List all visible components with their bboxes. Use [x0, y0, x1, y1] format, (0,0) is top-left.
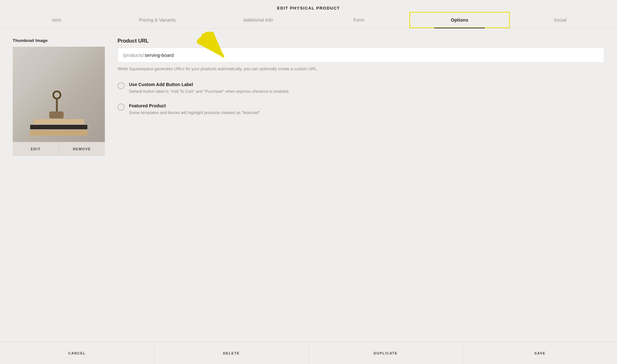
- tab-options[interactable]: Options: [409, 12, 510, 28]
- remove-thumbnail-button[interactable]: REMOVE: [59, 142, 105, 156]
- main-content: Thumbnail Image: [0, 29, 617, 342]
- tab-bar: Item Pricing & Variants Additional Info …: [0, 12, 617, 29]
- thumbnail-container: [13, 47, 105, 142]
- tab-item[interactable]: Item: [6, 12, 107, 28]
- option-featured-product-title: Featured Product: [129, 103, 261, 108]
- thumbnail-image: [13, 47, 105, 142]
- option-custom-button-text: Use Custom Add Button Label Default butt…: [129, 82, 289, 95]
- delete-button[interactable]: DELETE: [154, 342, 309, 364]
- right-column: Product URL /products/ serving-board Whi…: [118, 38, 604, 332]
- tab-form[interactable]: Form: [308, 12, 409, 28]
- option-custom-button-title: Use Custom Add Button Label: [129, 82, 289, 87]
- page-header: EDIT PHYSICAL PRODUCT: [0, 0, 617, 10]
- option-custom-button-desc: Default button label is "Add To Cart" an…: [129, 88, 289, 95]
- thumbnail-actions: EDIT REMOVE: [13, 142, 105, 156]
- arrow-annotation: [197, 32, 241, 62]
- option-featured-product-desc: Some templates and blocks will highlight…: [129, 110, 261, 116]
- left-column: Thumbnail Image: [13, 38, 105, 332]
- option-featured-product-text: Featured Product Some templates and bloc…: [129, 103, 261, 116]
- cancel-button[interactable]: CANCEL: [0, 342, 154, 364]
- product-url-label: Product URL: [118, 38, 604, 44]
- duplicate-button[interactable]: DUPLICATE: [309, 342, 463, 364]
- options-section: Use Custom Add Button Label Default butt…: [118, 82, 604, 116]
- url-description: While Squarespace generates URLs for you…: [118, 66, 604, 72]
- url-prefix: /products/: [123, 52, 144, 58]
- footer: CANCEL DELETE DUPLICATE SAVE: [0, 342, 617, 364]
- tab-pricing-variants[interactable]: Pricing & Variants: [107, 12, 208, 28]
- product-url-section: Product URL /products/ serving-board Whi…: [118, 38, 604, 72]
- custom-button-radio[interactable]: [118, 82, 125, 89]
- page-title: EDIT PHYSICAL PRODUCT: [0, 6, 617, 10]
- tab-social[interactable]: Social: [510, 12, 611, 28]
- url-value: serving-board: [145, 52, 174, 58]
- edit-thumbnail-button[interactable]: EDIT: [13, 142, 59, 156]
- url-input-wrapper[interactable]: /products/ serving-board: [118, 48, 604, 63]
- yellow-arrow-icon: [197, 32, 241, 60]
- thumbnail-label: Thumbnail Image: [13, 38, 105, 43]
- tab-additional-info[interactable]: Additional Info: [208, 12, 308, 28]
- option-custom-button: Use Custom Add Button Label Default butt…: [118, 82, 604, 95]
- featured-product-radio[interactable]: [118, 104, 125, 111]
- save-button[interactable]: SAVE: [463, 342, 617, 364]
- option-featured-product: Featured Product Some templates and bloc…: [118, 103, 604, 116]
